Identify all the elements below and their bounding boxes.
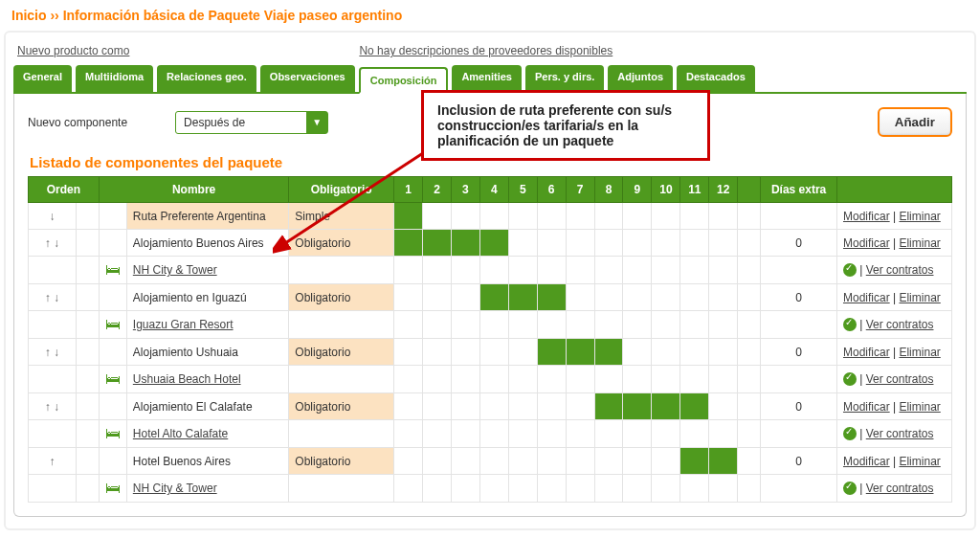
day-6 <box>537 230 566 257</box>
delete-link[interactable]: Eliminar <box>899 455 940 468</box>
day-7 <box>566 257 594 284</box>
edit-link[interactable]: Modificar <box>843 291 890 304</box>
day-5 <box>508 366 537 393</box>
view-contracts-link[interactable]: Ver contratos <box>866 263 934 277</box>
order-arrows[interactable]: ↑ ↓ <box>29 230 77 257</box>
no-descriptions-link[interactable]: No hay descripciones de proveedores disp… <box>359 44 612 57</box>
dias-extra: 0 <box>761 448 837 475</box>
check-icon <box>843 427 857 440</box>
position-select[interactable]: Después de ▼ <box>175 111 328 134</box>
hotel-link[interactable]: Hotel Alto Calafate <box>133 427 228 440</box>
edit-link[interactable]: Modificar <box>843 346 890 359</box>
day-11 <box>680 420 709 448</box>
tab-general[interactable]: General <box>13 65 72 92</box>
actions-cell: | Ver contratos <box>836 366 951 393</box>
icon-cell <box>99 448 126 475</box>
hotel-name: Ushuaia Beach Hotel <box>126 366 288 393</box>
day-10 <box>652 311 680 339</box>
dias-extra <box>761 203 837 230</box>
dias-extra <box>761 420 837 448</box>
actions-cell: | Ver contratos <box>836 475 951 503</box>
day-8 <box>594 339 623 366</box>
add-button[interactable]: Añadir <box>878 107 952 137</box>
hotel-link[interactable]: Iguazu Gran Resort <box>133 318 234 331</box>
icon-cell <box>99 393 126 420</box>
day-8 <box>594 311 623 339</box>
edit-link[interactable]: Modificar <box>843 210 890 223</box>
view-contracts-link[interactable]: Ver contratos <box>866 318 934 331</box>
day-2 <box>423 311 452 339</box>
tab-relgeo[interactable]: Relaciones geo. <box>157 65 256 92</box>
breadcrumb: Inicio ›› Información básica de Paquete … <box>4 4 976 27</box>
delete-link[interactable]: Eliminar <box>899 210 940 223</box>
hotel-link[interactable]: NH City & Tower <box>133 263 217 277</box>
component-name: Alojamiento Ushuaia <box>126 339 288 366</box>
order-arrows[interactable]: ↑ ↓ <box>29 284 77 311</box>
blank <box>738 393 761 420</box>
delete-link[interactable]: Eliminar <box>899 400 940 414</box>
tab-multiidioma[interactable]: Multiidioma <box>76 65 153 92</box>
tab-dest[interactable]: Destacados <box>677 65 755 92</box>
order-blank <box>76 284 99 311</box>
hotel-link[interactable]: Ushuaia Beach Hotel <box>133 372 241 386</box>
day-3 <box>451 230 479 257</box>
components-table: OrdenNombreObligatorio123456789101112Día… <box>28 176 952 503</box>
day-10 <box>652 257 680 284</box>
tab-adj[interactable]: Adjuntos <box>608 65 673 92</box>
day-8 <box>594 448 623 475</box>
order-blank <box>29 311 77 339</box>
breadcrumb-home-link[interactable]: Inicio <box>11 8 47 23</box>
day-3 <box>451 284 479 311</box>
dias-extra: 0 <box>761 230 837 257</box>
order-blank <box>29 420 77 448</box>
dias-extra: 0 <box>761 339 837 366</box>
day-5 <box>508 339 537 366</box>
order-arrows[interactable]: ↑ ↓ <box>29 339 77 366</box>
hotel-name: NH City & Tower <box>126 257 288 284</box>
blank <box>738 339 761 366</box>
view-contracts-link[interactable]: Ver contratos <box>866 372 934 386</box>
day-8 <box>594 366 623 393</box>
day-8 <box>594 420 623 448</box>
blank <box>738 203 761 230</box>
day-12 <box>709 284 738 311</box>
order-arrows[interactable]: ↑ <box>29 448 77 475</box>
col-day-3: 3 <box>451 177 479 203</box>
edit-link[interactable]: Modificar <box>843 236 890 250</box>
tab-observ[interactable]: Observaciones <box>260 65 355 92</box>
day-9 <box>623 257 652 284</box>
day-1 <box>394 311 423 339</box>
order-arrows[interactable]: ↑ ↓ <box>29 393 77 420</box>
actions-cell: Modificar | Eliminar <box>836 448 951 475</box>
view-contracts-link[interactable]: Ver contratos <box>866 482 934 495</box>
day-7 <box>566 339 594 366</box>
tab-amen[interactable]: Amenities <box>452 65 522 92</box>
edit-link[interactable]: Modificar <box>843 400 890 414</box>
tab-pers[interactable]: Pers. y dirs. <box>525 65 604 92</box>
edit-link[interactable]: Modificar <box>843 455 890 468</box>
blank <box>738 257 761 284</box>
day-3 <box>451 366 479 393</box>
new-product-as-link[interactable]: Nuevo producto como <box>17 44 129 57</box>
day-7 <box>566 230 594 257</box>
day-11 <box>680 284 709 311</box>
dias-extra: 0 <box>761 284 837 311</box>
hotel-link[interactable]: NH City & Tower <box>133 482 217 495</box>
day-7 <box>566 366 594 393</box>
order-blank <box>76 339 99 366</box>
col-blank <box>738 177 761 203</box>
obligatory-cell: Obligatorio <box>289 339 394 366</box>
day-4 <box>479 475 508 503</box>
delete-link[interactable]: Eliminar <box>899 346 940 359</box>
order-arrows[interactable]: ↓ <box>29 203 77 230</box>
day-1 <box>394 475 423 503</box>
col-day-6: 6 <box>537 177 566 203</box>
day-2 <box>423 284 452 311</box>
delete-link[interactable]: Eliminar <box>899 291 940 304</box>
day-2 <box>423 393 452 420</box>
day-6 <box>537 393 566 420</box>
day-4 <box>479 420 508 448</box>
col-day-10: 10 <box>652 177 680 203</box>
view-contracts-link[interactable]: Ver contratos <box>866 427 934 440</box>
delete-link[interactable]: Eliminar <box>899 236 940 250</box>
